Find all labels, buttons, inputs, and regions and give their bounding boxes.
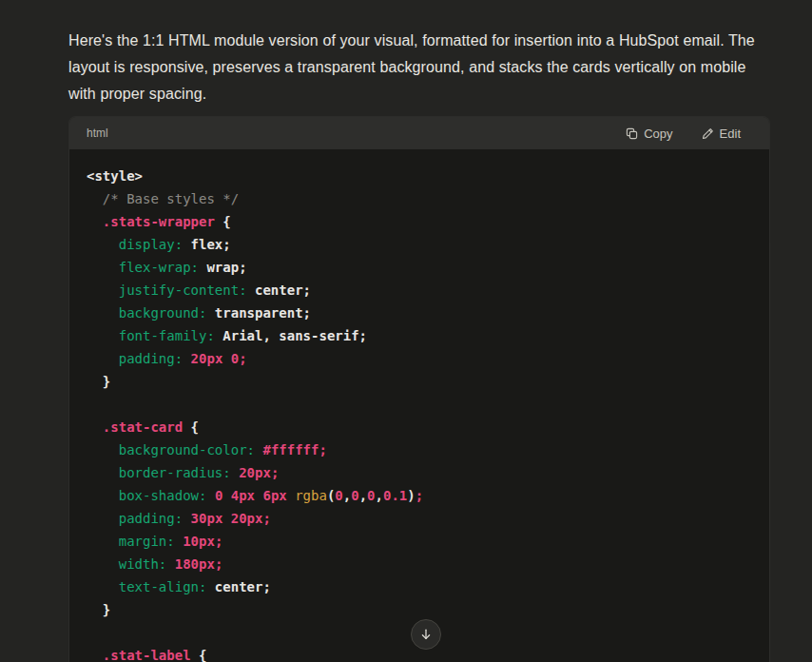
code-line: justify-content: center; <box>87 279 752 302</box>
edit-button-label: Edit <box>720 127 741 141</box>
code-line: } <box>87 370 752 393</box>
code-token <box>87 351 119 366</box>
code-token: background-color: <box>119 442 255 458</box>
code-token: /* Base styles */ <box>87 191 239 206</box>
code-token: 0 <box>335 488 342 503</box>
code-token <box>87 328 119 343</box>
code-token <box>87 442 119 458</box>
code-token: Arial, sans-serif; <box>215 328 367 343</box>
chat-column: Here's the 1:1 HTML module version of yo… <box>68 0 770 662</box>
code-token: border-radius: <box>119 465 231 480</box>
code-line: box-shadow: 0 4px 6px rgba(0,0,0,0.1); <box>87 484 752 507</box>
code-token: } <box>87 602 110 617</box>
code-token <box>287 488 295 503</box>
code-token: .stat-card <box>103 419 183 435</box>
code-token <box>87 648 103 662</box>
code-token <box>87 579 119 594</box>
code-token <box>87 260 119 275</box>
code-token: margin: <box>119 534 175 549</box>
code-token: 20px; <box>239 465 279 480</box>
code-line: <style> <box>87 165 752 187</box>
code-token: padding: <box>119 351 183 366</box>
code-token: width: <box>119 556 167 572</box>
copy-icon <box>626 127 638 140</box>
code-token: flex; <box>183 237 231 252</box>
code-line: flex-wrap: wrap; <box>87 256 752 279</box>
code-line: display: flex; <box>87 233 752 256</box>
code-line: .stat-card { <box>87 416 752 438</box>
code-token: { <box>191 648 207 662</box>
code-token: font-family: <box>119 328 215 343</box>
code-line: width: 180px; <box>87 553 752 575</box>
code-token: ; <box>416 488 423 503</box>
code-token: text-align: <box>119 579 207 594</box>
code-line: } <box>87 598 752 621</box>
code-line: .stats-wrapper { <box>87 210 752 233</box>
code-token: justify-content: <box>119 282 247 298</box>
code-token: 180px; <box>175 556 223 572</box>
code-token <box>87 534 119 549</box>
code-token: , <box>359 488 367 503</box>
code-token: { <box>215 214 231 229</box>
code-line: margin: 10px; <box>87 530 752 553</box>
code-line: text-align: center; <box>87 575 752 598</box>
code-token: , <box>376 488 383 503</box>
code-token: <style> <box>87 168 143 184</box>
code-header-actions: Copy Edit <box>624 123 743 145</box>
code-block: html Copy <box>68 116 770 662</box>
code-token: flex-wrap: <box>119 260 199 275</box>
code-line: background-color: #ffffff; <box>87 438 752 461</box>
code-token <box>87 465 119 480</box>
code-line: border-radius: 20px; <box>87 461 752 484</box>
code-token: ) <box>407 488 415 503</box>
code-token: padding: <box>119 511 183 526</box>
code-token <box>206 488 214 503</box>
code-token <box>87 511 119 526</box>
code-token <box>87 282 119 298</box>
code-token <box>166 556 174 572</box>
code-token: center; <box>247 282 311 298</box>
code-token: .stats-wrapper <box>103 214 215 229</box>
copy-button[interactable]: Copy <box>624 123 674 145</box>
code-token <box>87 214 103 229</box>
code-line: /* Base styles */ <box>87 187 752 210</box>
code-token: background: <box>119 305 207 321</box>
code-line: font-family: Arial, sans-serif; <box>87 324 752 347</box>
code-line: background: transparent; <box>87 302 752 324</box>
copy-button-label: Copy <box>644 127 672 141</box>
edit-icon <box>702 127 714 140</box>
code-token: 20px 0; <box>191 351 247 366</box>
code-token <box>231 465 239 480</box>
assistant-message-text: Here's the 1:1 HTML module version of yo… <box>68 28 764 107</box>
code-token: display: <box>119 237 183 252</box>
code-line <box>87 393 752 416</box>
code-token: 0 <box>351 488 358 503</box>
code-line: padding: 30px 20px; <box>87 507 752 530</box>
scroll-to-bottom-button[interactable] <box>411 619 441 650</box>
code-token <box>87 419 103 435</box>
code-token: 30px 20px; <box>191 511 271 526</box>
code-token: rgba <box>295 488 327 503</box>
code-token <box>183 351 190 366</box>
edit-button[interactable]: Edit <box>700 123 743 145</box>
code-token: 10px; <box>183 534 222 549</box>
code-token <box>87 488 119 503</box>
code-token: wrap; <box>199 260 247 275</box>
code-content: <style> /* Base styles */ .stats-wrapper… <box>69 149 769 662</box>
code-token: , <box>343 488 351 503</box>
code-token: box-shadow: <box>119 488 207 503</box>
code-token: 0.1 <box>383 488 407 503</box>
code-token: } <box>87 374 110 389</box>
code-block-header: html Copy <box>69 117 769 149</box>
arrow-down-icon <box>418 627 434 642</box>
code-line: padding: 20px 0; <box>87 347 752 370</box>
code-token: 0 4px 6px <box>215 488 287 503</box>
code-token <box>175 534 183 549</box>
code-token <box>87 305 119 321</box>
code-token: #ffffff; <box>262 442 326 458</box>
code-token: center; <box>206 579 270 594</box>
code-token: .stat-label <box>103 648 191 662</box>
code-token <box>87 556 119 572</box>
code-token: transparent; <box>206 305 311 321</box>
code-token: { <box>183 419 199 435</box>
